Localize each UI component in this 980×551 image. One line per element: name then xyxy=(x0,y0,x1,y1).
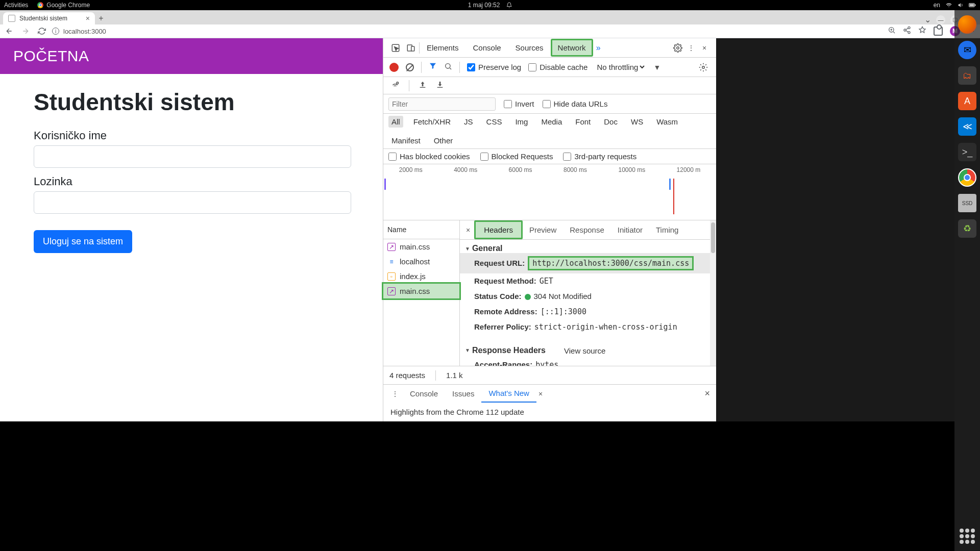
type-fetchxhr[interactable]: Fetch/XHR xyxy=(410,116,454,128)
close-tab-icon[interactable]: × xyxy=(86,14,90,22)
network-timeline[interactable]: 2000 ms 4000 ms 6000 ms 8000 ms 10000 ms… xyxy=(383,164,716,220)
type-doc[interactable]: Doc xyxy=(601,116,621,128)
tab-console[interactable]: Console xyxy=(466,39,508,57)
tab-elements[interactable]: Elements xyxy=(420,39,466,57)
scrollbar[interactable] xyxy=(710,220,716,366)
close-devtools-icon[interactable]: × xyxy=(698,41,711,55)
minimize-button[interactable]: — xyxy=(936,15,945,24)
more-tabs-icon[interactable]: » xyxy=(593,43,604,53)
detail-tab-headers[interactable]: Headers xyxy=(474,220,523,239)
type-other[interactable]: Other xyxy=(431,135,456,146)
preserve-log-checkbox[interactable]: Preserve log xyxy=(467,63,521,71)
clear-button[interactable] xyxy=(406,63,414,71)
network-settings-gear-icon[interactable] xyxy=(697,61,710,74)
address-bar[interactable]: i localhost:3000 xyxy=(52,28,106,35)
response-headers-heading[interactable]: Response Headers View source xyxy=(465,343,711,357)
nav-title[interactable]: POČETNA xyxy=(13,47,89,65)
battery-icon[interactable] xyxy=(969,3,976,8)
page-header: POČETNA xyxy=(0,38,383,74)
close-details-icon[interactable]: × xyxy=(462,222,474,238)
type-media[interactable]: Media xyxy=(538,116,565,128)
trash-icon[interactable]: ♻ xyxy=(958,219,976,238)
drawer-menu-icon[interactable]: ⋮ xyxy=(387,390,403,398)
browser-tab[interactable]: Studentski sistem × xyxy=(3,12,95,24)
login-button[interactable]: Uloguj se na sistem xyxy=(34,230,132,253)
filter-input[interactable] xyxy=(388,97,496,111)
request-row[interactable]: ≡localhost xyxy=(383,254,459,269)
drawer-tab-whatsnew[interactable]: What's New xyxy=(481,385,536,403)
detail-tab-response[interactable]: Response xyxy=(563,220,611,239)
inspect-element-icon[interactable] xyxy=(388,41,403,55)
back-button[interactable] xyxy=(3,25,15,37)
type-ws[interactable]: WS xyxy=(628,116,646,128)
reload-button[interactable] xyxy=(36,25,48,37)
chrome-icon xyxy=(37,2,43,8)
firefox-icon[interactable] xyxy=(958,15,976,34)
request-url-value[interactable]: http://localhost:3000/css/main.css xyxy=(528,256,694,270)
blocked-requests-checkbox[interactable]: Blocked Requests xyxy=(480,152,553,161)
chevron-down-icon[interactable]: ⌄ xyxy=(924,15,931,24)
has-blocked-cookies-checkbox[interactable]: Has blocked cookies xyxy=(388,152,470,161)
disk-icon[interactable]: SSD xyxy=(958,194,976,212)
request-row-selected[interactable]: ↗main.css xyxy=(382,282,461,300)
document-file-icon: ≡ xyxy=(387,258,396,266)
device-toggle-icon[interactable] xyxy=(404,41,418,55)
invert-checkbox[interactable]: Invert xyxy=(504,99,534,108)
current-app-indicator[interactable]: Google Chrome xyxy=(37,2,90,9)
type-font[interactable]: Font xyxy=(572,116,594,128)
ubuntu-software-icon[interactable]: A xyxy=(958,92,976,110)
show-applications-icon[interactable] xyxy=(960,529,975,544)
request-row[interactable]: ↗main.css xyxy=(383,239,459,254)
download-har-icon[interactable] xyxy=(436,81,444,90)
zoom-icon[interactable] xyxy=(888,26,896,36)
tab-sources[interactable]: Sources xyxy=(508,39,551,57)
files-icon[interactable]: 🗂 xyxy=(958,66,976,85)
general-heading[interactable]: General xyxy=(465,244,711,253)
username-input[interactable] xyxy=(34,145,351,168)
request-list-header[interactable]: Name xyxy=(383,220,459,239)
new-tab-button[interactable]: + xyxy=(95,12,107,24)
chrome-dock-icon[interactable] xyxy=(958,168,976,187)
share-icon[interactable] xyxy=(903,26,911,36)
forward-button[interactable] xyxy=(19,25,32,37)
detail-tab-timing[interactable]: Timing xyxy=(649,220,685,239)
sound-icon[interactable] xyxy=(958,2,964,8)
request-row[interactable]: ▫index.js xyxy=(383,269,459,284)
wifi-icon[interactable] xyxy=(945,2,952,8)
password-input[interactable] xyxy=(34,191,351,214)
search-icon[interactable] xyxy=(444,62,452,72)
drawer-tab-console[interactable]: Console xyxy=(403,385,445,402)
hide-data-urls-checkbox[interactable]: Hide data URLs xyxy=(543,99,608,108)
type-manifest[interactable]: Manifest xyxy=(388,135,424,146)
type-js[interactable]: JS xyxy=(461,116,476,128)
filter-toggle-icon[interactable] xyxy=(429,62,437,72)
tab-network[interactable]: Network xyxy=(551,39,593,57)
extensions-icon[interactable] xyxy=(934,27,943,36)
kebab-menu-icon[interactable]: ⋮ xyxy=(684,41,698,55)
network-conditions-icon[interactable] xyxy=(390,81,400,90)
keyboard-layout-indicator[interactable]: en xyxy=(934,2,940,9)
thunderbird-icon[interactable]: ✉ xyxy=(958,41,976,59)
record-button[interactable] xyxy=(389,63,399,72)
type-css[interactable]: CSS xyxy=(483,116,505,128)
detail-tab-initiator[interactable]: Initiator xyxy=(611,220,649,239)
upload-har-icon[interactable] xyxy=(419,81,427,90)
vscode-icon[interactable]: ≪ xyxy=(958,117,976,136)
type-all[interactable]: All xyxy=(388,116,403,128)
terminal-icon[interactable]: >_ xyxy=(958,143,976,161)
type-wasm[interactable]: Wasm xyxy=(653,116,681,128)
bookmark-star-icon[interactable] xyxy=(918,26,926,36)
clock[interactable]: 1 maj 09:52 xyxy=(468,2,500,9)
throttling-select[interactable]: No throttling xyxy=(595,62,646,72)
detail-tab-preview[interactable]: Preview xyxy=(523,220,563,239)
disable-cache-checkbox[interactable]: Disable cache xyxy=(528,63,587,71)
type-img[interactable]: Img xyxy=(512,116,531,128)
close-drawer-tab-icon[interactable]: × xyxy=(536,390,545,398)
site-info-icon[interactable]: i xyxy=(52,28,59,35)
view-source-link[interactable]: View source xyxy=(564,346,605,355)
close-drawer-icon[interactable]: × xyxy=(702,388,712,399)
third-party-checkbox[interactable]: 3rd-party requests xyxy=(563,152,636,161)
drawer-tab-issues[interactable]: Issues xyxy=(445,385,481,402)
activities-button[interactable]: Activities xyxy=(4,2,28,9)
gear-icon[interactable] xyxy=(671,41,684,55)
